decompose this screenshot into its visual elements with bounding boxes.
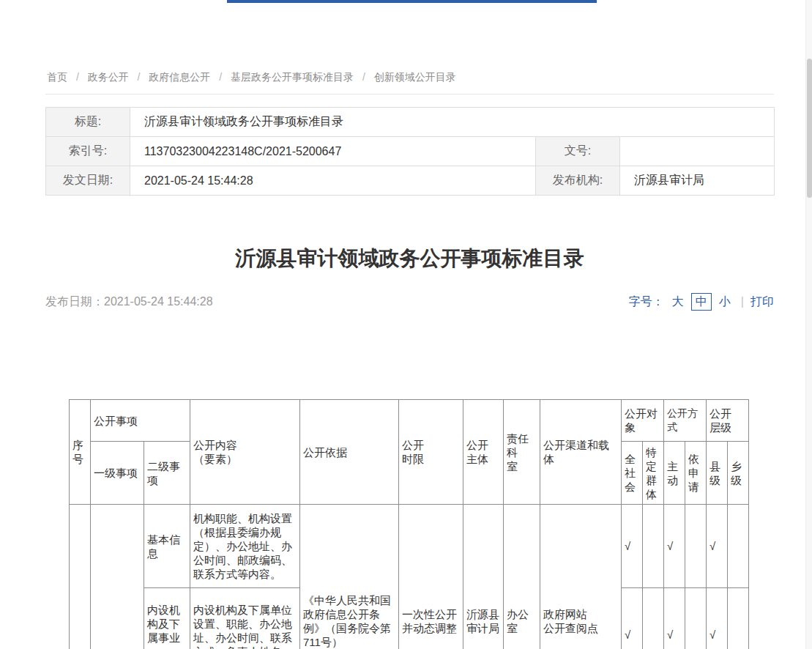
header-seq: 序 号 (70, 400, 91, 505)
cell-check-audience-all: √ (622, 505, 643, 588)
publish-date-label: 发布日期： (45, 295, 104, 308)
cell-check-level-county: √ (707, 588, 728, 649)
print-button[interactable]: 打印 (750, 294, 774, 310)
issue-date-value: 2021-05-24 15:44:28 (130, 166, 536, 196)
cell-check-level-town (728, 505, 749, 588)
cell-level1 (91, 505, 144, 649)
tools-divider: | (741, 295, 744, 308)
issue-date-label: 发文日期: (46, 166, 130, 196)
font-size-large-button[interactable]: 大 (672, 294, 684, 310)
header-level-county: 县级 (707, 442, 728, 505)
article-tools: 字号： 大 中 小 | 打印 (629, 293, 774, 311)
cell-basis: 《中华人民共和国政府信息公开条例》（国务院令第711号） (300, 505, 399, 649)
breadcrumb: 首页 / 政务公开 / 政府信息公开 / 基层政务公开事项标准目录 / 创新领域… (45, 0, 774, 94)
scrollbar-thumb[interactable] (807, 59, 812, 198)
publish-date: 发布日期：2021-05-24 15:44:28 (45, 294, 213, 310)
doc-no-value (620, 137, 775, 166)
header-subject: 公开 主体 (463, 400, 504, 505)
cell-check-method-active: √ (664, 505, 685, 588)
header-time-limit: 公开 时限 (399, 400, 463, 505)
header-basis: 公开依据 (300, 400, 399, 505)
article-meta-row: 发布日期：2021-05-24 15:44:28 字号： 大 中 小 | 打印 (45, 292, 774, 311)
content-area: 首页 / 政务公开 / 政府信息公开 / 基层政务公开事项标准目录 / 创新领域… (45, 0, 774, 649)
doc-no-label: 文号: (536, 137, 620, 166)
info-row-title: 标题: 沂源县审计领域政务公开事项标准目录 (46, 108, 775, 137)
cell-check-audience-specific (643, 588, 664, 649)
publish-date-value: 2021-05-24 15:44:28 (104, 295, 213, 308)
document-info-table: 标题: 沂源县审计领域政务公开事项标准目录 索引号: 1137032300422… (45, 107, 775, 196)
scrollbar-track[interactable] (805, 0, 812, 649)
header-items-group: 公开事项 (91, 400, 190, 442)
header-department: 责任科 室 (504, 400, 540, 505)
info-row-date: 发文日期: 2021-05-24 15:44:28 发布机构: 沂源县审计局 (46, 166, 775, 196)
breadcrumb-info-disclosure[interactable]: 政府信息公开 (149, 71, 210, 83)
cell-seq (70, 505, 91, 649)
agency-value: 沂源县审计局 (620, 166, 775, 196)
header-method-active: 主动 (664, 442, 685, 505)
breadcrumb-home[interactable]: 首页 (47, 71, 67, 83)
catalog-table-wrapper: 序 号 公开事项 公开内容 （要素） 公开依据 公开 时限 公开 主体 责任科 … (69, 399, 774, 649)
header-level2: 二级事项 (144, 442, 190, 505)
header-audience-specific: 特定群体 (643, 442, 664, 505)
cell-check-audience-all: √ (622, 588, 643, 649)
cell-check-method-request (685, 505, 707, 588)
index-value: 11370323004223148C/2021-5200647 (130, 137, 536, 166)
cell-time-limit: 一次性公开并动态调整 (399, 505, 463, 649)
title-value: 沂源县审计领域政务公开事项标准目录 (130, 108, 775, 137)
page: 首页 / 政务公开 / 政府信息公开 / 基层政务公开事项标准目录 / 创新领域… (0, 0, 812, 649)
header-method-group: 公开方式 (664, 400, 707, 442)
channel-line: 政府网站 (543, 607, 618, 621)
cell-department: 办公室 (504, 505, 540, 649)
top-nav-bar-edge (227, 0, 597, 3)
channel-line: 公开查阅点 (543, 621, 618, 635)
header-level-group: 公开 层级 (707, 400, 749, 442)
agency-label: 发布机构: (536, 166, 620, 196)
font-size-medium-button[interactable]: 中 (691, 293, 712, 311)
font-size-small-button[interactable]: 小 (719, 294, 731, 310)
cell-content: 机构职能、机构设置（根据县委编办规定）、办公地址、办公时间、邮政编码、联系方式等… (190, 505, 300, 588)
cell-subject: 沂源县审计局 (463, 505, 504, 649)
table-row: 基本信息 机构职能、机构设置（根据县委编办规定）、办公地址、办公时间、邮政编码、… (70, 505, 749, 588)
breadcrumb-innovation-catalog[interactable]: 创新领域公开目录 (374, 71, 456, 83)
breadcrumb-separator: / (76, 71, 79, 83)
cell-check-level-county: √ (707, 505, 728, 588)
cell-check-method-request (685, 588, 707, 649)
breadcrumb-standard-catalog[interactable]: 基层政务公开事项标准目录 (231, 71, 354, 83)
catalog-header-row-1: 序 号 公开事项 公开内容 （要素） 公开依据 公开 时限 公开 主体 责任科 … (70, 400, 749, 442)
info-row-index: 索引号: 11370323004223148C/2021-5200647 文号: (46, 137, 775, 166)
cell-level2: 基本信息 (144, 505, 190, 588)
breadcrumb-separator: / (362, 71, 365, 83)
cell-check-method-active: √ (664, 588, 685, 649)
cell-content: 内设机构及下属单位设置、职能、办公地址、办公时间、联系方式、负责人姓名 (190, 588, 300, 649)
index-label: 索引号: (46, 137, 130, 166)
title-label: 标题: (46, 108, 130, 137)
breadcrumb-separator: / (219, 71, 222, 83)
breadcrumb-zhengwu[interactable]: 政务公开 (88, 71, 129, 83)
header-content: 公开内容 （要素） (190, 400, 300, 505)
header-level1: 一级事项 (91, 442, 144, 505)
cell-check-audience-specific (643, 505, 664, 588)
header-method-request: 依申请 (685, 442, 707, 505)
cell-channel: 政府网站 公开查阅点 (540, 505, 622, 649)
cell-level2: 内设机构及下属事业 (144, 588, 190, 649)
header-audience-all: 全社会 (622, 442, 643, 505)
breadcrumb-separator: / (138, 71, 141, 83)
page-title: 沂源县审计领域政务公开事项标准目录 (45, 244, 774, 273)
header-channel: 公开渠道和载体 (540, 400, 622, 505)
cell-check-level-town (728, 588, 749, 649)
font-size-label: 字号： (629, 294, 664, 310)
catalog-table: 序 号 公开事项 公开内容 （要素） 公开依据 公开 时限 公开 主体 责任科 … (69, 399, 749, 649)
header-audience-group: 公开对象 (622, 400, 664, 442)
header-level-town: 乡级 (728, 442, 749, 505)
